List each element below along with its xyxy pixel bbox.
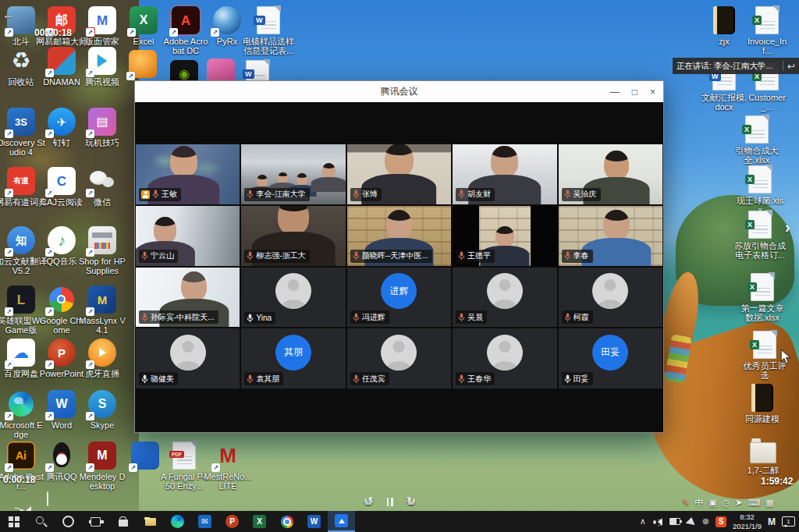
ime-icon[interactable]: ➤ xyxy=(735,498,742,508)
shortcut-arrow-badge: ↗ xyxy=(45,463,54,472)
excel-icon: X xyxy=(253,515,266,528)
speaking-banner[interactable]: 正在讲话: 李会-江南大学... ↩ xyxy=(673,58,799,74)
ime-icon[interactable]: ▣ xyxy=(708,498,716,508)
excel-taskbar-button[interactable]: X xyxy=(246,511,273,532)
start-button[interactable] xyxy=(0,511,27,532)
desktop-icon-tongyuan[interactable]: 同源建模 xyxy=(737,384,788,424)
blue-partial-icon: ↗ xyxy=(131,442,159,470)
desktop-icon-masslynx[interactable]: M↗MassLynx V4.1 xyxy=(76,286,128,335)
desktop-icon-yinwu[interactable]: X引物合成大全.xlsx xyxy=(731,115,783,165)
participant-tile[interactable]: 田妥田妥 xyxy=(559,328,662,388)
tray-chevron-icon[interactable]: ∧ xyxy=(640,516,646,527)
pause-button[interactable] xyxy=(387,498,393,506)
desktop-icon-label: 同源建模 xyxy=(745,414,779,424)
mail-taskbar-button[interactable]: ✉ xyxy=(191,511,218,532)
return-to-meeting-icon[interactable]: ↩ xyxy=(787,61,795,72)
participant-tile[interactable]: 柳志强-浙工大 xyxy=(241,206,345,266)
tencent-meeting-taskbar-button[interactable] xyxy=(328,511,355,532)
participant-tile[interactable]: 李会-江南大学 xyxy=(241,144,345,204)
tray-network-icon[interactable] xyxy=(685,512,697,525)
powerpoint-taskbar-button[interactable]: P xyxy=(218,511,246,532)
participant-tile[interactable]: 进辉冯进辉 xyxy=(347,268,451,328)
desktop-icon-dianjing-doc[interactable]: W电镜样品送样信息登记表... xyxy=(243,6,294,56)
ime-icon[interactable]: ⌨ xyxy=(748,498,760,508)
desktop-icon-huya[interactable]: ↗虎牙直播 xyxy=(76,339,128,378)
tray-volume-icon[interactable] xyxy=(653,518,662,526)
desktop-icon-wechat[interactable]: ↗微信 xyxy=(76,167,128,207)
maximize-button[interactable]: □ xyxy=(632,87,637,98)
participant-tile[interactable]: 王春华 xyxy=(453,328,556,388)
participant-tile[interactable]: 李春 xyxy=(559,206,662,266)
participant-tile[interactable]: 吴洽庆 xyxy=(559,144,662,204)
desktop-icon-diol-folder[interactable]: 1,7-二醇1:59:42 xyxy=(737,437,789,475)
ime-icon[interactable]: ◷ xyxy=(723,498,730,508)
forward-30-button[interactable]: ↻30 xyxy=(407,495,417,509)
edge-icon: ↗ xyxy=(7,390,35,418)
participant-tile[interactable]: 其朋袁其朋 xyxy=(241,328,345,388)
recycle-icon: ♻ xyxy=(7,47,35,75)
search-button[interactable] xyxy=(27,511,55,532)
participant-tile[interactable]: 胡友财 xyxy=(453,144,556,204)
participant-tile[interactable]: 孙际宾-中科院天... xyxy=(136,268,240,328)
desktop: ← › ↗北斗邮↗网易邮箱大师00:00:18M↗版面管家X↗ExcelA↗Ad… xyxy=(0,0,799,532)
task-view-button[interactable] xyxy=(82,511,109,532)
store-button[interactable] xyxy=(109,511,137,532)
window-titlebar[interactable]: 腾讯会议 — □ × xyxy=(135,81,663,103)
desktop-icon-label: 玩机技巧 xyxy=(85,138,119,147)
ime-icon[interactable]: 中 xyxy=(694,497,703,509)
touch-keyboard-overlay-icon[interactable] xyxy=(47,492,48,506)
ime-icon[interactable]: ✎ xyxy=(682,498,689,508)
participant-tile[interactable]: 柯霞 xyxy=(559,268,662,328)
desktop-icon-label: 腾讯视频 xyxy=(85,77,119,87)
desktop-icon-diyipian[interactable]: X第一篇文章数据.xlsx xyxy=(737,273,788,323)
tray-close-icon[interactable]: ⊗ xyxy=(702,516,709,527)
desktop-icon-sufang[interactable]: X苏放引物合成电子表格订... xyxy=(734,211,786,261)
minimize-button[interactable]: — xyxy=(610,87,620,98)
desktop-icon-label: zjx xyxy=(719,37,729,46)
desktop-icon-wanji[interactable]: ▤↗玩机技巧 xyxy=(76,108,128,147)
participant-tile[interactable]: 王敏 xyxy=(136,144,240,204)
taskbar-clock[interactable]: 8:32 2021/1/9 xyxy=(733,512,762,530)
desktop-icon-skype[interactable]: S↗Skype xyxy=(76,390,128,430)
file-explorer-button[interactable] xyxy=(137,511,164,532)
desktop-icon-label: Word xyxy=(51,420,72,430)
mic-icon xyxy=(564,374,571,384)
qq-icon: ↗ xyxy=(48,442,76,470)
sogou-tray-icon[interactable]: S xyxy=(716,516,726,527)
desktop-icon-mnova[interactable]: M↗MestReNo... LITE xyxy=(202,442,254,491)
word-taskbar-button[interactable]: W xyxy=(300,511,328,532)
rewind-10-button[interactable]: ↺10 xyxy=(364,495,374,509)
ime-toolbar[interactable]: ✎中▣◷➤⌨▦ xyxy=(682,497,774,509)
participant-tile[interactable]: 张博 xyxy=(347,144,451,204)
participant-tile[interactable]: 吴晨 xyxy=(453,268,556,328)
participant-tile[interactable]: 骆健美 xyxy=(136,328,240,388)
participant-tile[interactable]: 颜晓晖--天津中医... xyxy=(347,206,451,266)
ime-icon[interactable]: ▦ xyxy=(765,498,773,508)
chevron-right-icon: › xyxy=(785,218,790,236)
participant-tile[interactable]: 宁云山 xyxy=(136,206,240,266)
mic-icon xyxy=(458,251,465,261)
participant-tile[interactable]: 任茂宾 xyxy=(347,328,451,388)
tray-battery-icon[interactable] xyxy=(669,518,680,525)
taskbar: ✉PXW ∧ ⊗ S 8:32 2021/1/9 M 1 xyxy=(0,511,799,532)
close-button[interactable]: × xyxy=(650,87,655,98)
desktop-icon-hp-shop[interactable]: ↗Shop for HP Supplies xyxy=(76,226,128,276)
shortcut-arrow-badge: ↗ xyxy=(211,463,220,472)
shortcut-arrow-badge: ↗ xyxy=(5,248,13,257)
chrome-taskbar-button[interactable] xyxy=(273,511,300,532)
participant-name: 张博 xyxy=(362,189,378,200)
tray-m-icon[interactable]: M xyxy=(768,516,776,527)
desktop-icon-qiujun[interactable]: X现壬球菌.xlsx xyxy=(734,165,786,215)
desktop-icon-invoice[interactable]: XInvoice_Inf... xyxy=(741,6,793,56)
edge-taskbar-button[interactable] xyxy=(164,511,191,532)
participant-tile[interactable]: Yina xyxy=(241,268,345,328)
participant-name: 吴洽庆 xyxy=(574,189,597,200)
desktop-icon-label: 微信 xyxy=(94,197,111,207)
qqmusic-icon: ♪↗ xyxy=(48,226,76,254)
participant-tile[interactable]: 王德平 xyxy=(453,206,556,266)
shortcut-arrow-badge: ↗ xyxy=(5,412,13,420)
action-center-icon[interactable]: 1 xyxy=(782,516,795,527)
desktop-icon-label: Shop for HP Supplies xyxy=(76,257,128,276)
participant-nametag: 王敏 xyxy=(139,188,181,201)
cortana-button[interactable] xyxy=(55,511,82,532)
